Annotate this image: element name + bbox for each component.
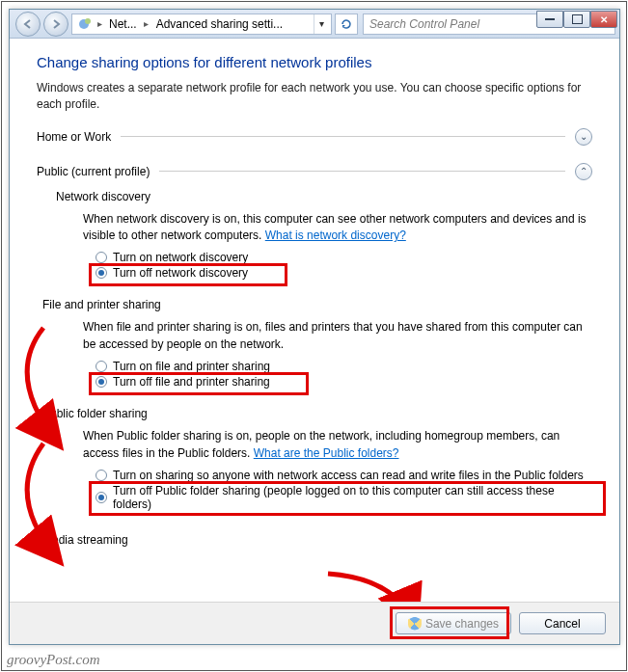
subsection-desc: When file and printer sharing is on, fil…	[83, 319, 592, 353]
refresh-icon	[340, 17, 353, 31]
radio-public-folder-on[interactable]: Turn on sharing so anyone with network a…	[93, 468, 592, 483]
radio-label: Turn off Public folder sharing (people l…	[113, 484, 589, 511]
button-label: Cancel	[544, 617, 580, 631]
radio-icon	[96, 252, 107, 263]
breadcrumb-item[interactable]: Net...	[105, 17, 141, 31]
svg-point-1	[85, 18, 91, 24]
subsection-title: File and printer sharing	[42, 298, 592, 311]
titlebar: ▸ Net... ▸ Advanced sharing setti... ▾ S…	[10, 10, 619, 39]
subsection-title: Network discovery	[56, 190, 592, 203]
control-panel-window: ✕ ▸ Net... ▸ Advanced sharing setti... ▾…	[9, 9, 620, 645]
profile-section-home[interactable]: Home or Work ⌄	[37, 128, 592, 146]
window-controls: ✕	[536, 11, 617, 28]
footer: Save changes Cancel	[10, 602, 619, 644]
breadcrumb[interactable]: ▸ Net... ▸ Advanced sharing setti... ▾	[71, 13, 332, 35]
radio-icon	[96, 470, 107, 481]
back-button[interactable]	[15, 12, 41, 37]
back-arrow-icon	[22, 18, 34, 30]
radio-icon	[96, 267, 107, 279]
page-description: Windows creates a separate network profi…	[37, 80, 592, 113]
radio-net-discovery-off[interactable]: Turn off network discovery	[93, 265, 592, 281]
profile-label: Home or Work	[37, 130, 111, 144]
profile-section-public[interactable]: Public (current profile) ⌃	[37, 163, 592, 180]
search-placeholder: Search Control Panel	[369, 17, 479, 31]
chevron-up-icon[interactable]: ⌃	[575, 163, 592, 180]
radio-net-discovery-on[interactable]: Turn on network discovery	[93, 250, 592, 265]
breadcrumb-dropdown[interactable]: ▾	[314, 14, 329, 34]
profile-label: Public (current profile)	[37, 165, 150, 178]
radio-icon	[96, 376, 107, 388]
page-title: Change sharing options for different net…	[37, 54, 592, 70]
radio-label: Turn on sharing so anyone with network a…	[113, 469, 584, 482]
forward-button[interactable]	[43, 12, 68, 37]
button-label: Save changes	[425, 617, 499, 631]
help-link-public-folders[interactable]: What are the Public folders?	[254, 446, 399, 460]
subsection-title: Media streaming	[42, 533, 592, 547]
radio-icon	[96, 492, 107, 503]
radio-label: Turn off file and printer sharing	[113, 375, 270, 389]
watermark: groovyPost.com	[7, 652, 100, 668]
network-icon	[74, 14, 94, 34]
chevron-down-icon[interactable]: ⌄	[575, 128, 592, 146]
subsection-title: Public folder sharing	[42, 407, 592, 420]
radio-file-printer-off[interactable]: Turn off file and printer sharing	[93, 374, 592, 390]
radio-label: Turn off network discovery	[113, 266, 248, 280]
minimize-button[interactable]	[536, 11, 563, 28]
cancel-button[interactable]: Cancel	[519, 612, 606, 634]
help-link-network-discovery[interactable]: What is network discovery?	[265, 228, 406, 242]
close-button[interactable]: ✕	[590, 11, 617, 28]
radio-public-folder-off[interactable]: Turn off Public folder sharing (people l…	[93, 483, 592, 512]
breadcrumb-item[interactable]: Advanced sharing setti...	[152, 17, 287, 31]
chevron-right-icon: ▸	[94, 18, 105, 29]
save-changes-button[interactable]: Save changes	[396, 612, 511, 634]
radio-file-printer-on[interactable]: Turn on file and printer sharing	[93, 359, 592, 374]
refresh-button[interactable]	[335, 13, 358, 35]
subsection-desc: When Public folder sharing is on, people…	[83, 428, 592, 462]
radio-icon	[96, 361, 107, 372]
forward-arrow-icon	[50, 18, 62, 30]
radio-label: Turn on network discovery	[113, 251, 248, 264]
maximize-button[interactable]	[563, 11, 590, 28]
shield-icon	[408, 617, 422, 631]
content-area: Change sharing options for different net…	[10, 39, 619, 602]
subsection-desc: When network discovery is on, this compu…	[83, 211, 592, 245]
radio-label: Turn on file and printer sharing	[113, 360, 270, 373]
chevron-right-icon: ▸	[141, 18, 152, 29]
